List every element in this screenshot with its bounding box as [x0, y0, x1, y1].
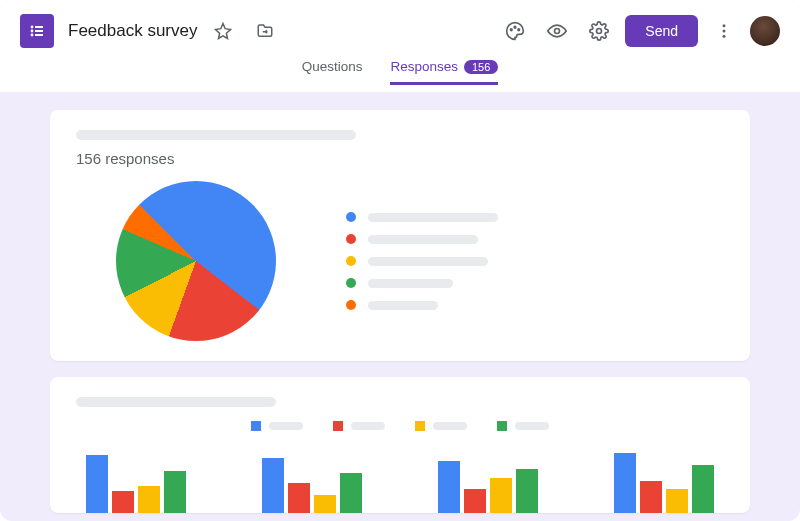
bar — [490, 478, 512, 513]
responses-count-text: 156 responses — [76, 150, 724, 167]
svg-point-8 — [514, 26, 516, 28]
bar — [314, 495, 336, 513]
pie-legend — [346, 212, 498, 310]
bar-group — [614, 453, 714, 513]
svg-point-3 — [31, 30, 34, 33]
bar — [640, 481, 662, 513]
tabs: Questions Responses 156 — [0, 54, 800, 86]
move-to-folder-icon[interactable] — [249, 15, 281, 47]
yellow-legend-dot-icon — [346, 256, 356, 266]
bar — [340, 473, 362, 513]
content-area: 156 responses — [0, 92, 800, 513]
bar-group — [262, 458, 362, 513]
legend-label-placeholder — [515, 422, 549, 430]
bar — [516, 469, 538, 513]
more-menu-icon[interactable] — [708, 15, 740, 47]
pie-legend-item — [346, 300, 498, 310]
bar — [262, 458, 284, 513]
bar-legend-item — [251, 421, 303, 431]
bar — [666, 489, 688, 513]
form-title[interactable]: Feedback survey — [68, 21, 197, 41]
topbar-row: Feedback survey — [0, 0, 800, 54]
legend-label-placeholder — [351, 422, 385, 430]
bar-legend — [76, 421, 724, 431]
svg-point-13 — [723, 30, 726, 33]
legend-label-placeholder — [368, 235, 478, 244]
bar — [164, 471, 186, 513]
bar-legend-item — [415, 421, 467, 431]
preview-eye-icon[interactable] — [541, 15, 573, 47]
svg-point-10 — [555, 29, 560, 34]
star-icon[interactable] — [207, 15, 239, 47]
tab-responses[interactable]: Responses 156 — [390, 59, 498, 85]
svg-point-14 — [723, 35, 726, 38]
app-window: Feedback survey — [0, 0, 800, 521]
question-title-placeholder — [76, 397, 276, 407]
bar-chart-card — [50, 377, 750, 513]
pie-legend-item — [346, 256, 498, 266]
svg-point-11 — [597, 29, 602, 34]
bar-legend-item — [333, 421, 385, 431]
pie-legend-item — [346, 234, 498, 244]
legend-label-placeholder — [368, 257, 488, 266]
pie-legend-item — [346, 278, 498, 288]
legend-label-placeholder — [368, 301, 438, 310]
bar-chart — [76, 443, 724, 513]
bar-group — [438, 461, 538, 513]
svg-rect-4 — [35, 30, 43, 32]
blue-legend-square-icon — [251, 421, 261, 431]
green-legend-dot-icon — [346, 278, 356, 288]
question-title-placeholder — [76, 130, 356, 140]
forms-logo-icon[interactable] — [20, 14, 54, 48]
pie-legend-item — [346, 212, 498, 222]
bar-group — [86, 455, 186, 513]
bar — [438, 461, 460, 513]
tab-questions[interactable]: Questions — [302, 59, 363, 85]
orange-legend-dot-icon — [346, 300, 356, 310]
svg-point-9 — [518, 29, 520, 31]
bar-legend-item — [497, 421, 549, 431]
topbar: Feedback survey — [0, 0, 800, 92]
bar — [138, 486, 160, 513]
svg-point-5 — [31, 34, 34, 37]
responses-count-badge: 156 — [464, 60, 498, 74]
blue-legend-dot-icon — [346, 212, 356, 222]
yellow-legend-square-icon — [415, 421, 425, 431]
legend-label-placeholder — [368, 279, 453, 288]
settings-gear-icon[interactable] — [583, 15, 615, 47]
green-legend-square-icon — [497, 421, 507, 431]
bar — [614, 453, 636, 513]
bar — [86, 455, 108, 513]
send-button[interactable]: Send — [625, 15, 698, 47]
pie-chart-row — [76, 181, 724, 341]
svg-rect-2 — [35, 26, 43, 28]
legend-label-placeholder — [433, 422, 467, 430]
red-legend-dot-icon — [346, 234, 356, 244]
red-legend-square-icon — [333, 421, 343, 431]
legend-label-placeholder — [368, 213, 498, 222]
tab-questions-label: Questions — [302, 59, 363, 74]
svg-point-12 — [723, 24, 726, 27]
palette-icon[interactable] — [499, 15, 531, 47]
svg-point-7 — [511, 29, 513, 31]
bar — [112, 491, 134, 513]
legend-label-placeholder — [269, 422, 303, 430]
tab-responses-label: Responses — [390, 59, 458, 74]
svg-rect-6 — [35, 34, 43, 36]
bar — [692, 465, 714, 513]
bar — [288, 483, 310, 513]
summary-card: 156 responses — [50, 110, 750, 361]
svg-point-1 — [31, 26, 34, 29]
pie-chart — [116, 181, 276, 341]
user-avatar[interactable] — [750, 16, 780, 46]
bar — [464, 489, 486, 513]
